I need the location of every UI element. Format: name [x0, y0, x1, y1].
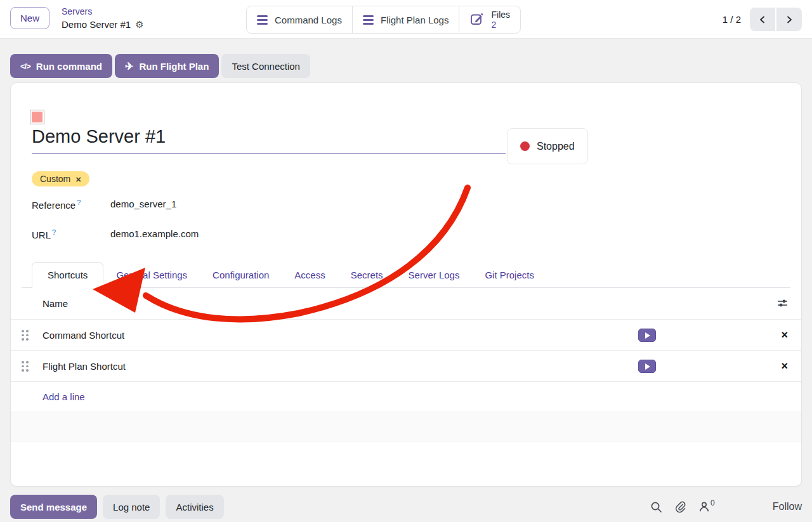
tab-configuration[interactable]: Configuration	[200, 263, 282, 287]
breadcrumb-parent-link[interactable]: Servers	[62, 5, 144, 18]
status-label: Stopped	[537, 141, 575, 152]
drag-handle-icon[interactable]	[22, 361, 29, 372]
tab-access[interactable]: Access	[282, 263, 337, 287]
activities-button[interactable]: Activities	[166, 495, 223, 519]
pager-value: 1 / 2	[723, 14, 741, 25]
pager-next-button[interactable]	[776, 8, 802, 31]
files-button[interactable]: Files 2	[459, 6, 520, 33]
table-row: Flight Plan Shortcut ×	[11, 351, 801, 382]
play-icon	[645, 363, 650, 370]
reference-input[interactable]: demo_server_1	[110, 199, 176, 209]
delete-row-icon[interactable]: ×	[781, 359, 788, 373]
stat-button-group: Command Logs Flight Plan Logs Files 2	[246, 6, 521, 34]
tab-shortcuts[interactable]: Shortcuts	[32, 262, 103, 288]
flight-plan-logs-button[interactable]: Flight Plan Logs	[352, 6, 459, 33]
notebook-tabs: Shortcuts General Settings Configuration…	[22, 260, 790, 288]
empty-row	[11, 412, 801, 441]
play-button[interactable]	[638, 360, 656, 373]
new-button[interactable]: New	[10, 7, 49, 29]
url-label: URL?	[32, 228, 110, 240]
tags-field: Custom ×	[32, 171, 89, 186]
drag-handle-icon[interactable]	[22, 330, 29, 341]
delete-row-icon[interactable]: ×	[781, 328, 788, 342]
reference-label-text: Reference	[32, 200, 75, 211]
files-count-badge: 2	[491, 20, 510, 30]
add-line-row: Add a line	[11, 382, 801, 412]
tab-secrets[interactable]: Secrets	[338, 263, 396, 287]
url-label-text: URL	[32, 230, 51, 240]
test-connection-label: Test Connection	[232, 61, 300, 72]
table-header: Name	[11, 288, 801, 320]
followers-count: 0	[710, 499, 715, 507]
breadcrumb-current: Demo Server #1	[62, 18, 131, 32]
help-icon: ?	[77, 199, 81, 206]
run-flight-plan-button[interactable]: ✈ Run Flight Plan	[115, 54, 219, 78]
record-title[interactable]: Demo Server #1	[32, 125, 506, 148]
list-icon	[363, 15, 374, 25]
chatter-bar: Send message Log note Activities 0 Follo…	[10, 495, 802, 519]
record-title-field[interactable]: Demo Server #1	[32, 125, 506, 154]
status-badge: Stopped	[507, 128, 588, 164]
color-swatch[interactable]	[30, 110, 44, 124]
flight-plan-logs-label: Flight Plan Logs	[381, 15, 449, 25]
play-icon	[645, 332, 650, 339]
table-row: Command Shortcut ×	[11, 320, 801, 351]
run-command-label: Run command	[36, 61, 102, 72]
tab-server-logs[interactable]: Server Logs	[396, 263, 473, 287]
tab-git-projects[interactable]: Git Projects	[472, 263, 547, 287]
form-sheet: Demo Server #1 Stopped Custom × Referenc…	[10, 82, 802, 486]
tag-custom[interactable]: Custom ×	[32, 171, 89, 186]
files-label: Files	[491, 10, 510, 20]
column-header-name[interactable]: Name	[11, 298, 68, 309]
reference-label: Reference?	[32, 199, 110, 211]
code-icon: </>	[20, 62, 30, 71]
pager: 1 / 2	[723, 8, 802, 31]
breadcrumb: Servers Demo Server #1 ⚙	[62, 5, 144, 32]
log-note-button[interactable]: Log note	[103, 495, 160, 519]
shortcuts-table: Name Command Shortcut × Flight	[11, 288, 801, 441]
command-logs-label: Command Logs	[275, 15, 342, 25]
color-swatch-fill	[32, 112, 43, 122]
pager-previous-button[interactable]	[750, 8, 775, 31]
add-a-line-link[interactable]: Add a line	[11, 391, 85, 402]
gear-icon[interactable]: ⚙	[135, 18, 143, 32]
play-button[interactable]	[638, 329, 656, 342]
edit-icon	[469, 11, 484, 28]
command-logs-button[interactable]: Command Logs	[247, 6, 352, 33]
follow-button[interactable]: Follow	[773, 501, 802, 512]
chevron-left-icon	[758, 15, 767, 24]
plane-icon: ✈	[125, 60, 133, 72]
top-navbar: New Servers Demo Server #1 ⚙ Command Log…	[0, 0, 812, 39]
followers-icon[interactable]: 0	[698, 501, 715, 512]
url-input[interactable]: demo1.example.com	[110, 228, 199, 239]
search-messages-icon[interactable]	[650, 501, 662, 513]
help-icon: ?	[52, 228, 56, 236]
tag-label: Custom	[40, 174, 70, 184]
tab-general-settings[interactable]: General Settings	[103, 263, 200, 287]
status-dot-icon	[520, 141, 530, 151]
field-row-url: URL? demo1.example.com	[32, 228, 199, 240]
attachment-icon[interactable]	[674, 501, 686, 513]
run-flight-plan-label: Run Flight Plan	[139, 61, 209, 72]
list-icon	[257, 15, 268, 25]
send-message-button[interactable]: Send message	[10, 495, 97, 519]
run-command-button[interactable]: </> Run command	[10, 54, 112, 78]
optional-columns-icon[interactable]	[777, 298, 788, 310]
test-connection-button[interactable]: Test Connection	[221, 54, 310, 78]
field-row-reference: Reference? demo_server_1	[32, 199, 176, 211]
form-statusbar: </> Run command ✈ Run Flight Plan Test C…	[10, 54, 310, 78]
tag-close-icon[interactable]: ×	[75, 174, 81, 184]
chevron-right-icon	[785, 15, 794, 24]
chatter-tools: 0 Follow	[650, 501, 802, 513]
